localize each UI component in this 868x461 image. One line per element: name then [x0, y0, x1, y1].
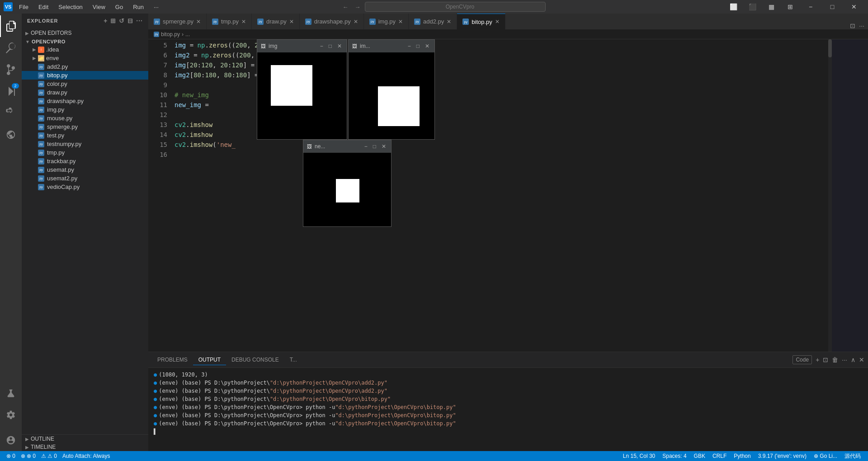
tab-close-tmp[interactable]: ✕: [241, 19, 246, 25]
win-maximize[interactable]: □: [822, 0, 843, 14]
sidebar-item-idea[interactable]: ▶ i .idea: [22, 45, 148, 54]
tab-terminal[interactable]: T...: [284, 355, 302, 365]
tab-close-bitop[interactable]: ✕: [495, 19, 500, 25]
activity-run[interactable]: 2: [0, 80, 22, 102]
menu-selection[interactable]: Selection: [55, 2, 86, 12]
float-window-ne[interactable]: 🖼 ne... − □ ✕: [303, 140, 392, 227]
terminal-split-icon[interactable]: ⊡: [823, 356, 828, 363]
sidebar-item-vedioCappy[interactable]: py vedioCap.py: [22, 183, 148, 191]
sidebar-item-mousepy[interactable]: py mouse.py: [22, 114, 148, 122]
sidebar-item-enve[interactable]: ▶ 📁 enve: [22, 54, 148, 62]
tab-draw[interactable]: py draw.py ✕: [252, 14, 300, 29]
terminal-up-icon[interactable]: ∧: [851, 356, 855, 363]
status-source[interactable]: 源代码: [841, 452, 864, 460]
float-window-im[interactable]: 🖼 im... − □ ✕: [348, 39, 435, 140]
status-go-live[interactable]: ⊕ Go Li...: [810, 453, 841, 459]
float-maximize-im[interactable]: □: [415, 43, 421, 49]
float-window-img[interactable]: 🖼 img − □ ✕: [257, 39, 347, 140]
tab-bitop[interactable]: py bitop.py ✕: [457, 14, 505, 29]
sidebar-item-add2py[interactable]: py add2.py: [22, 62, 148, 71]
float-minimize-ne[interactable]: −: [363, 143, 369, 150]
status-remote[interactable]: ⊗ 0: [4, 453, 18, 459]
nav-back[interactable]: ←: [340, 4, 350, 10]
more-actions-icon[interactable]: ···: [136, 17, 143, 24]
menu-view[interactable]: View: [89, 2, 109, 12]
sidebar-item-imgpy[interactable]: py img.py: [22, 105, 148, 114]
float-maximize-ne[interactable]: □: [372, 143, 377, 150]
tab-img[interactable]: py img.py ✕: [364, 14, 409, 29]
tab-close-spmerge[interactable]: ✕: [196, 19, 201, 25]
sidebar-item-tmppy[interactable]: py tmp.py: [22, 148, 148, 157]
sidebar-item-spmergepy[interactable]: py spmerge.py: [22, 122, 148, 131]
sidebar-item-drawpy[interactable]: py draw.py: [22, 88, 148, 97]
menu-edit[interactable]: Edit: [35, 2, 52, 12]
sidebar-item-drawshapepy[interactable]: py drawshape.py: [22, 97, 148, 105]
tab-spmerge[interactable]: py spmerge.py ✕: [148, 14, 207, 29]
status-auto-attach[interactable]: Auto Attach: Always: [60, 453, 113, 459]
open-editors-toggle[interactable]: ▶ OPEN EDITORS: [22, 29, 148, 37]
activity-source-control[interactable]: [0, 59, 22, 80]
float-minimize-im[interactable]: −: [406, 43, 412, 49]
status-line-ending[interactable]: CRLF: [709, 453, 730, 459]
terminal-more-icon[interactable]: ···: [842, 356, 847, 363]
scrollbar-thumb[interactable]: [828, 39, 832, 57]
activity-flask[interactable]: [0, 382, 22, 404]
activity-explorer[interactable]: [0, 15, 22, 37]
tab-close-draw[interactable]: ✕: [289, 19, 294, 25]
status-errors[interactable]: ⊗⊗ 0: [18, 453, 38, 459]
tab-add2[interactable]: py add2.py ✕: [409, 14, 457, 29]
status-line-col[interactable]: Ln 15, Col 30: [619, 453, 659, 459]
layout-icon-1[interactable]: ⬜: [724, 0, 742, 14]
more-editor-actions-icon[interactable]: ···: [859, 22, 864, 29]
menu-file[interactable]: File: [15, 2, 32, 12]
sidebar-item-bitoppy[interactable]: py bitop.py: [22, 71, 148, 80]
sidebar-item-testnumpypy[interactable]: py testnumpy.py: [22, 140, 148, 148]
layout-icon-4[interactable]: ⊞: [781, 0, 799, 14]
menu-run[interactable]: Run: [129, 2, 147, 12]
status-warnings[interactable]: ⚠⚠ 0: [38, 453, 60, 459]
float-close-ne[interactable]: ✕: [380, 143, 387, 150]
tab-close-add2[interactable]: ✕: [447, 19, 451, 25]
tab-debug-console[interactable]: DEBUG CONSOLE: [226, 355, 284, 365]
breadcrumb-more[interactable]: ...: [185, 31, 190, 38]
nav-forward[interactable]: →: [353, 4, 362, 10]
new-folder-icon[interactable]: ⊞: [110, 17, 116, 24]
project-toggle[interactable]: ▼ OPENCVPRO: [22, 38, 148, 45]
activity-extensions[interactable]: [0, 102, 22, 124]
float-maximize-img[interactable]: □: [327, 43, 333, 49]
outline-toggle[interactable]: ▶ OUTLINE: [22, 434, 148, 443]
terminal-content[interactable]: ●(1080, 1920, 3) ●(enve) (base) PS D:\py…: [148, 368, 868, 451]
sidebar-item-testpy[interactable]: py test.py: [22, 131, 148, 140]
status-spaces[interactable]: Spaces: 4: [659, 453, 690, 459]
status-encoding[interactable]: GBK: [690, 453, 709, 459]
menu-go[interactable]: Go: [112, 2, 127, 12]
activity-remote[interactable]: [0, 124, 22, 146]
activity-account[interactable]: [0, 429, 22, 451]
scrollbar-track[interactable]: [828, 39, 832, 352]
status-version[interactable]: 3.9.17 ('enve': venv): [755, 453, 810, 459]
status-language[interactable]: Python: [730, 453, 754, 459]
tab-close-drawshape[interactable]: ✕: [354, 19, 358, 25]
search-input[interactable]: [365, 2, 546, 12]
terminal-trash-icon[interactable]: 🗑: [832, 356, 838, 363]
float-minimize-img[interactable]: −: [319, 43, 325, 49]
split-editor-icon[interactable]: ⊡: [850, 22, 855, 29]
refresh-icon[interactable]: ↺: [119, 17, 125, 24]
new-file-icon[interactable]: +: [104, 17, 108, 24]
sidebar-item-colorpy[interactable]: py color.py: [22, 80, 148, 88]
sidebar-item-trackbarpy[interactable]: py trackbar.py: [22, 157, 148, 165]
activity-search[interactable]: [0, 37, 22, 59]
activity-settings[interactable]: [0, 404, 22, 426]
float-close-im[interactable]: ✕: [424, 43, 431, 49]
code-badge[interactable]: Code: [793, 355, 812, 364]
float-close-img[interactable]: ✕: [336, 43, 343, 49]
layout-icon-2[interactable]: ⬛: [743, 0, 761, 14]
collapse-icon[interactable]: ⊟: [127, 17, 133, 24]
tab-close-img[interactable]: ✕: [398, 19, 403, 25]
tab-problems[interactable]: PROBLEMS: [152, 355, 193, 365]
terminal-close-icon[interactable]: ✕: [859, 356, 864, 363]
menu-more[interactable]: ···: [150, 2, 162, 12]
tab-tmp[interactable]: py tmp.py ✕: [207, 14, 252, 29]
sidebar-item-usematpy[interactable]: py usemat.py: [22, 165, 148, 174]
sidebar-item-usemat2py[interactable]: py usemat2.py: [22, 174, 148, 183]
